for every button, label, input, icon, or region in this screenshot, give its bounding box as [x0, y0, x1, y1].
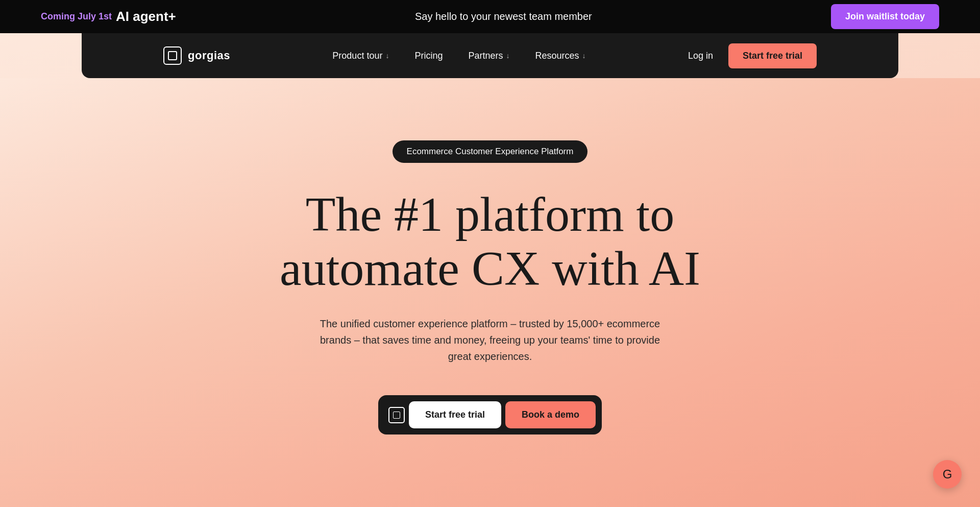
chevron-down-icon: ↓ — [506, 52, 509, 60]
chat-widget[interactable]: G — [933, 460, 962, 489]
ai-agent-label: AI agent+ — [116, 9, 176, 25]
hero-cta-container: Start free trial Book a demo — [378, 395, 602, 434]
logo-icon — [163, 46, 182, 65]
platform-badge: Ecommerce Customer Experience Platform — [393, 140, 588, 163]
nav-actions: Log in Start free trial — [688, 43, 817, 68]
chat-icon: G — [943, 467, 952, 481]
chevron-down-icon: ↓ — [582, 52, 586, 60]
nav-links: Product tour ↓ Pricing Partners ↓ Resour… — [332, 51, 585, 61]
hero-headline: The #1 platform to automate CX with AI — [280, 187, 700, 295]
nav-resources[interactable]: Resources ↓ — [535, 51, 585, 61]
chevron-down-icon: ↓ — [385, 52, 389, 60]
book-demo-button[interactable]: Book a demo — [505, 401, 596, 428]
hero-section: Ecommerce Customer Experience Platform T… — [0, 78, 980, 507]
logo-name: gorgias — [188, 49, 230, 62]
coming-label: Coming July 1st — [41, 11, 112, 22]
announcement-tagline: Say hello to your newest team member — [415, 11, 592, 22]
nav-product-tour[interactable]: Product tour ↓ — [332, 51, 389, 61]
hero-subtext: The unified customer experience platform… — [311, 316, 669, 365]
navbar: gorgias Product tour ↓ Pricing Partners … — [82, 33, 898, 78]
join-waitlist-button[interactable]: Join waitlist today — [831, 4, 939, 29]
announcement-left: Coming July 1st AI agent+ — [41, 9, 176, 25]
nav-pricing[interactable]: Pricing — [414, 51, 443, 61]
start-trial-button-nav[interactable]: Start free trial — [728, 43, 817, 68]
nav-partners[interactable]: Partners ↓ — [468, 51, 509, 61]
logo-area[interactable]: gorgias — [163, 46, 230, 65]
start-trial-button-hero[interactable]: Start free trial — [409, 401, 501, 428]
announcement-bar: Coming July 1st AI agent+ Say hello to y… — [0, 0, 980, 33]
hero-logo-icon — [388, 407, 405, 423]
login-link[interactable]: Log in — [688, 51, 713, 61]
